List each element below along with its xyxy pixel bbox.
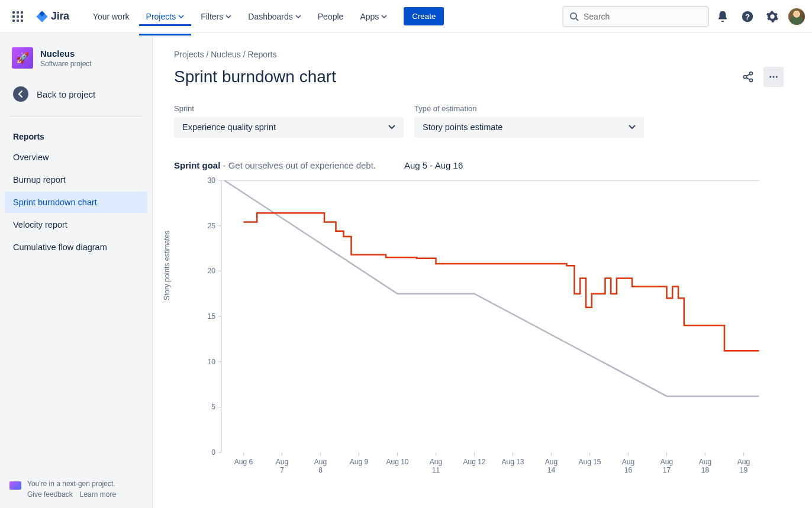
share-button[interactable] <box>737 66 759 88</box>
svg-text:Aug 15: Aug 15 <box>578 458 601 466</box>
svg-text:Aug: Aug <box>699 458 711 466</box>
svg-rect-6 <box>12 20 15 22</box>
svg-text:Aug 10: Aug 10 <box>386 458 408 466</box>
svg-text:11: 11 <box>432 466 440 474</box>
svg-text:10: 10 <box>208 358 216 366</box>
chevron-down-icon <box>629 125 636 130</box>
nav-projects[interactable]: Projects <box>139 7 192 26</box>
svg-text:7: 7 <box>280 466 284 474</box>
project-name: Nucleus <box>40 48 92 59</box>
svg-rect-7 <box>17 20 19 22</box>
search-box[interactable] <box>562 6 709 27</box>
settings-icon[interactable] <box>761 5 784 28</box>
burndown-chart: Story points estimates 051015202530Aug 6… <box>174 177 784 485</box>
search-input[interactable] <box>584 12 702 21</box>
sprint-dates: Aug 5 - Aug 16 <box>404 160 463 170</box>
svg-text:Aug: Aug <box>430 458 442 466</box>
search-icon <box>569 12 579 21</box>
notifications-icon[interactable] <box>711 5 734 28</box>
svg-rect-4 <box>17 15 19 18</box>
svg-text:Aug 13: Aug 13 <box>501 458 524 466</box>
sidebar-item-overview[interactable]: Overview <box>5 147 147 168</box>
nav-items: Your work Projects Filters Dashboards Pe… <box>86 7 394 26</box>
sidebar-footer: You're in a next-gen project. Give feedb… <box>5 480 147 499</box>
give-feedback-link[interactable]: Give feedback <box>27 490 73 499</box>
content: Projects / Nucleus / Reports Sprint burn… <box>153 33 812 508</box>
sidebar-section-reports: Reports <box>5 127 147 146</box>
svg-text:Aug: Aug <box>622 458 634 466</box>
svg-line-10 <box>576 18 578 21</box>
svg-rect-8 <box>21 20 23 22</box>
help-icon[interactable]: ? <box>736 5 759 28</box>
divider <box>9 116 143 117</box>
more-actions-button[interactable] <box>763 67 784 87</box>
top-navigation: Jira Your work Projects Filters Dashboar… <box>0 0 812 33</box>
nav-apps[interactable]: Apps <box>353 7 394 26</box>
svg-text:18: 18 <box>701 466 710 474</box>
estimation-filter-select[interactable]: Story points estimate <box>414 117 644 138</box>
svg-text:5: 5 <box>211 403 215 411</box>
back-arrow-icon <box>13 86 28 102</box>
svg-text:19: 19 <box>740 466 748 474</box>
project-avatar: 🚀 <box>12 47 33 69</box>
nav-people[interactable]: People <box>311 7 351 26</box>
svg-text:Aug: Aug <box>314 458 327 466</box>
estimation-filter-label: Type of estimation <box>414 104 644 113</box>
project-header[interactable]: 🚀 Nucleus Software project <box>5 47 147 80</box>
svg-rect-3 <box>12 15 15 18</box>
nav-dashboards[interactable]: Dashboards <box>241 7 308 26</box>
jira-logo[interactable]: Jira <box>31 10 74 23</box>
svg-text:Aug: Aug <box>737 458 750 466</box>
svg-text:Aug 6: Aug 6 <box>234 458 253 466</box>
page-title: Sprint burndown chart <box>174 67 737 86</box>
sprint-goal-label: Sprint goal <box>174 160 220 170</box>
breadcrumb[interactable]: Projects / Nucleus / Reports <box>174 50 784 59</box>
svg-text:20: 20 <box>208 267 216 275</box>
svg-text:16: 16 <box>624 466 633 474</box>
user-avatar[interactable] <box>788 8 805 25</box>
svg-text:Aug: Aug <box>276 458 288 466</box>
svg-text:0: 0 <box>211 448 215 457</box>
jira-logo-text: Jira <box>51 10 69 22</box>
svg-text:Aug: Aug <box>545 458 558 466</box>
svg-text:15: 15 <box>208 312 216 321</box>
back-to-project[interactable]: Back to project <box>5 80 147 108</box>
learn-more-link[interactable]: Learn more <box>80 490 116 499</box>
create-button[interactable]: Create <box>404 7 444 25</box>
sidebar: 🚀 Nucleus Software project Back to proje… <box>0 33 153 508</box>
svg-text:8: 8 <box>318 466 323 474</box>
svg-text:Aug 12: Aug 12 <box>463 458 485 466</box>
sidebar-item-sprint-burndown[interactable]: Sprint burndown chart <box>5 192 147 213</box>
sidebar-item-burnup[interactable]: Burnup report <box>5 169 147 190</box>
svg-point-9 <box>571 13 576 19</box>
nav-your-work[interactable]: Your work <box>86 7 137 26</box>
sprint-filter-label: Sprint <box>174 104 404 113</box>
svg-point-13 <box>769 76 771 78</box>
svg-text:25: 25 <box>208 222 216 230</box>
sprint-filter-select[interactable]: Experience quality sprint <box>174 117 404 138</box>
svg-text:Aug: Aug <box>660 458 673 466</box>
chevron-down-icon <box>388 125 395 130</box>
svg-rect-0 <box>12 11 15 14</box>
svg-text:Aug 9: Aug 9 <box>350 458 369 466</box>
nav-filters[interactable]: Filters <box>194 7 239 26</box>
svg-text:?: ? <box>745 12 750 21</box>
nextgen-icon <box>9 481 21 490</box>
sprint-goal-text: - Get ourselves out of experience debt. <box>220 160 376 170</box>
y-axis-label: Story points estimates <box>163 231 171 300</box>
svg-point-14 <box>773 76 775 78</box>
chart-svg: 051015202530Aug 6Aug7Aug8Aug 9Aug 10Aug1… <box>174 177 766 485</box>
svg-rect-5 <box>21 15 23 18</box>
app-switcher-icon[interactable] <box>7 6 28 27</box>
svg-text:14: 14 <box>547 466 556 474</box>
svg-text:30: 30 <box>208 177 216 185</box>
svg-rect-2 <box>21 11 23 14</box>
svg-text:17: 17 <box>663 466 671 474</box>
svg-point-15 <box>776 76 778 78</box>
project-type: Software project <box>40 60 92 68</box>
svg-rect-1 <box>17 11 19 14</box>
sidebar-item-velocity[interactable]: Velocity report <box>5 214 147 235</box>
sidebar-item-cumulative-flow[interactable]: Cumulative flow diagram <box>5 237 147 258</box>
